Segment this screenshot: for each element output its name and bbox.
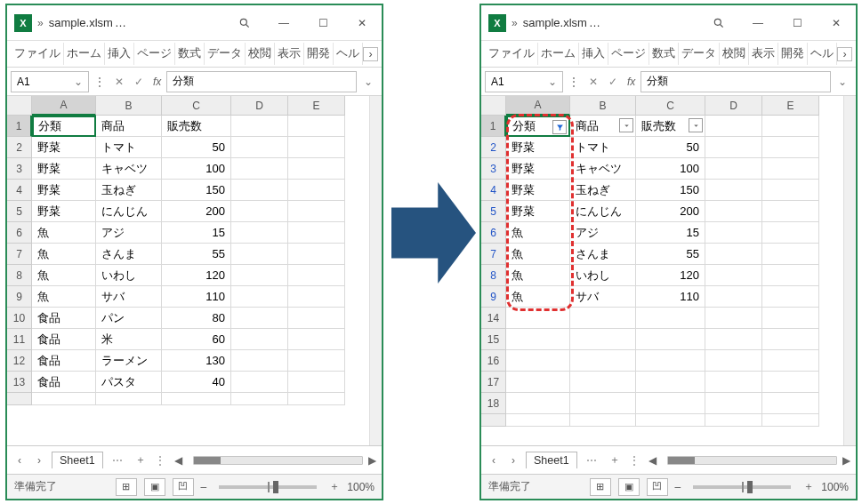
zoom-in-button[interactable]: ＋ xyxy=(329,479,340,494)
cell[interactable] xyxy=(288,222,345,244)
cell[interactable]: 食品 xyxy=(32,350,96,372)
cell[interactable]: キャベツ xyxy=(570,158,636,180)
cell[interactable]: 商品 xyxy=(570,116,636,137)
cell[interactable]: 野菜 xyxy=(506,137,570,158)
cell[interactable]: 110 xyxy=(636,286,705,308)
cell[interactable] xyxy=(636,350,705,372)
row-header[interactable]: 10 xyxy=(7,308,32,329)
zoom-in-button[interactable]: ＋ xyxy=(803,479,814,494)
zoom-level[interactable]: 100% xyxy=(347,481,375,493)
ribbon-tab-page[interactable]: ページ xyxy=(608,43,649,65)
cell[interactable] xyxy=(231,329,288,350)
cell[interactable]: 販売数 xyxy=(636,116,705,137)
cell[interactable]: 200 xyxy=(636,201,705,222)
cell[interactable] xyxy=(231,308,288,329)
cell[interactable] xyxy=(762,265,819,286)
cell[interactable]: 40 xyxy=(162,372,231,393)
cell[interactable]: 野菜 xyxy=(32,201,96,222)
cell[interactable] xyxy=(288,158,345,180)
row-header[interactable]: 2 xyxy=(7,137,32,158)
cell[interactable]: 50 xyxy=(636,137,705,158)
cell[interactable]: 野菜 xyxy=(32,158,96,180)
sheet-tab[interactable]: Sheet1 xyxy=(52,452,103,468)
cell[interactable] xyxy=(506,393,570,414)
hscroll-left-icon[interactable]: ◀ xyxy=(174,454,182,467)
cell[interactable] xyxy=(288,350,345,372)
row-header[interactable]: 15 xyxy=(481,329,506,350)
sheet-tab[interactable]: Sheet1 xyxy=(526,452,577,468)
zoom-slider[interactable] xyxy=(693,485,791,489)
sheet-nav-next[interactable]: › xyxy=(506,452,520,468)
filter-active-icon[interactable] xyxy=(552,120,567,134)
cell[interactable] xyxy=(705,286,762,308)
horizontal-scrollbar[interactable] xyxy=(667,456,837,465)
view-pagelayout-icon[interactable]: ▣ xyxy=(144,478,165,496)
cell[interactable] xyxy=(762,137,819,158)
cell[interactable] xyxy=(288,308,345,329)
cell[interactable] xyxy=(231,116,288,137)
row-header[interactable]: 1 xyxy=(481,116,506,137)
minimize-button[interactable]: — xyxy=(738,5,777,41)
cell[interactable] xyxy=(705,350,762,372)
cell[interactable] xyxy=(636,372,705,393)
cell[interactable] xyxy=(506,350,570,372)
ribbon-tab-view[interactable]: 表示 xyxy=(749,43,778,65)
name-box[interactable]: A1 ⌄ xyxy=(485,71,563,92)
cell[interactable]: さんま xyxy=(96,244,162,265)
cell[interactable] xyxy=(762,350,819,372)
cell[interactable]: 商品 xyxy=(96,116,162,137)
cell[interactable] xyxy=(705,265,762,286)
cell[interactable]: 100 xyxy=(636,158,705,180)
col-header-d[interactable]: D xyxy=(231,96,288,116)
spreadsheet-grid[interactable]: A B C D E 1分類商品販売数2野菜トマト503野菜キャベツ1004野菜玉… xyxy=(7,96,382,445)
ribbon-tab-insert[interactable]: 挿入 xyxy=(105,43,134,65)
cell[interactable] xyxy=(705,180,762,201)
cell[interactable]: 120 xyxy=(636,265,705,286)
sheet-menu-icon[interactable]: ⋯ xyxy=(112,454,123,467)
cell[interactable] xyxy=(288,244,345,265)
cell[interactable]: 分類 xyxy=(32,116,96,137)
qat-chevron-icon[interactable]: » xyxy=(37,17,44,29)
cell[interactable]: パン xyxy=(96,308,162,329)
row-header[interactable]: 18 xyxy=(481,393,506,414)
cell[interactable]: 玉ねぎ xyxy=(96,180,162,201)
cell[interactable] xyxy=(762,244,819,265)
cell[interactable] xyxy=(705,201,762,222)
cell[interactable] xyxy=(762,393,819,414)
cell[interactable]: 130 xyxy=(162,350,231,372)
ribbon-tab-review[interactable]: 校閲 xyxy=(720,43,749,65)
row-header[interactable]: 7 xyxy=(481,244,506,265)
view-normal-icon[interactable]: ⊞ xyxy=(116,478,137,496)
ribbon-tab-developer[interactable]: 開発 xyxy=(778,43,808,65)
cell[interactable] xyxy=(762,201,819,222)
row-header[interactable]: 8 xyxy=(7,265,32,286)
col-header-d[interactable]: D xyxy=(705,96,762,116)
cell[interactable] xyxy=(762,158,819,180)
formula-input[interactable]: 分類 xyxy=(640,71,831,92)
row-header[interactable]: 11 xyxy=(7,329,32,350)
cell[interactable]: 魚 xyxy=(506,286,570,308)
ribbon-tab-formula[interactable]: 数式 xyxy=(175,43,205,65)
cell[interactable] xyxy=(506,329,570,350)
cell[interactable] xyxy=(705,393,762,414)
ribbon-tab-home[interactable]: ホーム xyxy=(538,43,579,65)
cell[interactable]: アジ xyxy=(96,222,162,244)
ribbon-tab-formula[interactable]: 数式 xyxy=(649,43,679,65)
minimize-button[interactable]: — xyxy=(264,5,303,41)
cell[interactable] xyxy=(762,286,819,308)
cell[interactable] xyxy=(288,329,345,350)
row-header[interactable]: 14 xyxy=(481,308,506,329)
cell[interactable] xyxy=(506,308,570,329)
zoom-out-button[interactable]: – xyxy=(201,481,207,493)
cell[interactable] xyxy=(231,201,288,222)
cell[interactable] xyxy=(231,350,288,372)
row-header[interactable]: 2 xyxy=(481,137,506,158)
cell[interactable]: 販売数 xyxy=(162,116,231,137)
cell[interactable]: 80 xyxy=(162,308,231,329)
cell[interactable]: 野菜 xyxy=(506,158,570,180)
sheet-nav-prev[interactable]: ‹ xyxy=(12,452,27,468)
cell[interactable]: 200 xyxy=(162,201,231,222)
ribbon-tab-data[interactable]: データ xyxy=(679,43,720,65)
cell[interactable] xyxy=(231,137,288,158)
cell[interactable]: 150 xyxy=(636,180,705,201)
